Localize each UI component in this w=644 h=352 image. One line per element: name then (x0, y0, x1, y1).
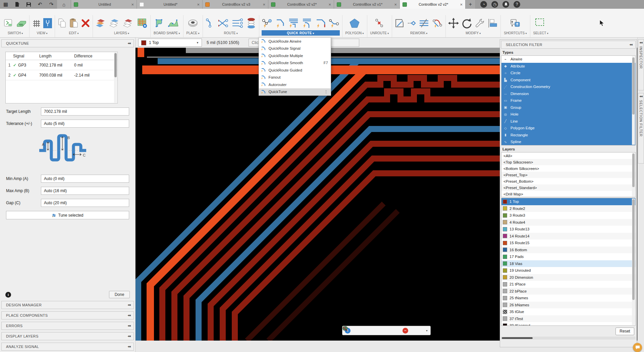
active-layer-dropdown[interactable]: 1 Top ▼ (138, 39, 202, 47)
quick-route-menu-item[interactable]: QuickRoute Airwire (259, 38, 331, 45)
layers-bottom-icon[interactable] (123, 18, 134, 28)
tab-close-icon[interactable]: × (263, 2, 265, 7)
document-tab[interactable]: ControlBox v2 v3 × (203, 0, 268, 9)
toolbar-group-label[interactable]: PLACE (186, 30, 200, 36)
job-status-icon[interactable]: ◔ (480, 1, 487, 8)
toolbar-group-label[interactable]: LAYERS (113, 30, 130, 36)
tab-close-icon[interactable]: × (131, 2, 134, 7)
presets-scrollbar[interactable] (632, 153, 635, 196)
layer-preset-row[interactable]: <Preset_Standard> (501, 184, 635, 191)
tab-close-icon[interactable]: × (394, 2, 397, 7)
rework-spacing-icon[interactable] (419, 18, 429, 28)
reset-button[interactable]: Reset (615, 327, 634, 335)
polygon-icon[interactable] (349, 18, 360, 28)
layer-row[interactable]: 15 Route15 (501, 239, 635, 247)
layer-row[interactable]: 35 tGlue (501, 308, 635, 315)
field-input[interactable]: Auto (0 mil) (41, 175, 129, 183)
rework-reroute-icon[interactable] (432, 18, 443, 29)
layer-row[interactable]: 26 bNames (501, 302, 635, 309)
quicktune-icon[interactable] (329, 18, 340, 29)
toolbar-group-label[interactable]: VIEW (36, 30, 48, 36)
place-via-icon[interactable] (187, 18, 199, 28)
history-icon[interactable]: ◷ (491, 1, 498, 8)
layer-row[interactable]: 14 Route14 (501, 233, 635, 240)
quick-route-menu-item[interactable]: QuickRoute Guided (259, 67, 331, 74)
type-row[interactable]: ↔ Dimension (501, 90, 635, 97)
layer-row[interactable]: 17 Pads (501, 253, 635, 260)
type-row[interactable]: ◆ Attribute (501, 63, 635, 70)
document-tab[interactable]: ControlBox v2 v1* × (334, 0, 400, 9)
types-scrollbar[interactable] (632, 56, 635, 145)
align-icon[interactable] (487, 18, 498, 28)
layer-row[interactable]: 39 tKeepout (501, 322, 635, 326)
toolbar-group-label[interactable]: POLYGON (345, 30, 365, 36)
rework-miter-icon[interactable] (394, 18, 405, 28)
switch-board-icon[interactable] (16, 18, 27, 28)
move-icon[interactable] (448, 18, 459, 29)
toolbar-group-label[interactable]: SWITCH (7, 30, 24, 36)
help-icon[interactable]: ? (514, 1, 520, 8)
route-differential-icon[interactable] (218, 18, 229, 28)
quickroute-guided-icon[interactable] (315, 18, 327, 29)
quick-route-menu-item[interactable]: Fanout (259, 74, 331, 81)
column-header-difference[interactable]: Difference (74, 54, 117, 58)
layer-row[interactable]: 3 Route3 (501, 212, 635, 219)
pcb-trace-darkred-3[interactable] (186, 114, 500, 341)
document-tab[interactable]: Untitled* × (137, 0, 203, 9)
home-icon[interactable]: ⌂ (57, 0, 71, 9)
properties-wrench-icon[interactable] (474, 18, 485, 29)
tune-selected-button[interactable]: Tune selected (6, 211, 129, 219)
selection-filter-dock-tab[interactable]: ◀◀ SELECTION FILTER (638, 93, 644, 164)
quickroute-signal-icon[interactable] (275, 18, 285, 29)
toolbar-group-label[interactable]: SHORTCUTS (503, 30, 527, 36)
unroute-icon[interactable] (374, 18, 384, 28)
copy-icon[interactable] (57, 18, 67, 28)
layers-scrollbar[interactable] (632, 199, 635, 325)
type-row[interactable]: ○ Circle (501, 70, 635, 77)
zoom-fit-icon[interactable] (377, 327, 384, 334)
type-row[interactable]: ╱ Line (501, 118, 635, 125)
feedback-chat-button[interactable] (633, 343, 642, 352)
document-tab[interactable]: ControlBox v2 v2* × (268, 0, 334, 9)
marquee-cursor-icon[interactable] (410, 327, 417, 334)
collapse-icon[interactable]: ◀◀ (127, 324, 130, 327)
type-row[interactable]: ◇ Polygon Edge (501, 125, 635, 132)
table-scrollbar[interactable] (114, 52, 117, 103)
save-icon[interactable] (23, 0, 34, 9)
layer-row[interactable]: 13 Route13 (501, 226, 635, 233)
layer-row[interactable]: 16 Bottom (501, 247, 635, 254)
collapsed-panel-header[interactable]: PLACE COMPONENTS ◀◀ (1, 311, 134, 319)
horizontal-scrollbar[interactable] (501, 337, 636, 340)
collapse-icon[interactable]: ◀◀ (127, 345, 130, 348)
chevron-down-icon[interactable]: ▼ (426, 329, 428, 332)
tab-close-icon[interactable]: × (197, 2, 200, 7)
type-row[interactable]: ⋰ Construction Geometry (501, 83, 635, 90)
quick-route-menu-item[interactable]: Autorouter (259, 81, 331, 88)
switch-schematic-icon[interactable] (4, 18, 14, 28)
paste-icon[interactable] (69, 18, 78, 28)
pcb-trace-darkred-faint-1[interactable] (247, 204, 384, 341)
type-row[interactable]: ▭ Frame (501, 97, 635, 104)
layer-preset-row[interactable]: <All> (501, 152, 635, 159)
type-row[interactable]: ⌁ Airwire (501, 56, 635, 63)
toolbar-group-label[interactable]: ROUTE (223, 30, 238, 36)
layer-row[interactable]: 25 tNames (501, 295, 635, 302)
toolbar-group-label[interactable]: SELECT (533, 30, 549, 36)
layer-row[interactable]: 4 Route4 (501, 219, 635, 226)
tab-close-icon[interactable]: × (460, 2, 463, 7)
field-input[interactable]: Auto (5 mil) (41, 120, 129, 128)
new-tab-button[interactable]: + (466, 0, 476, 9)
type-row[interactable]: ∿ Spline (501, 138, 635, 145)
shortcuts-icon[interactable] (509, 18, 521, 28)
route-multi-icon[interactable] (231, 18, 244, 28)
quick-route-menu-item[interactable]: QuickRoute Multiple (259, 52, 331, 59)
layer-settings-icon[interactable] (137, 18, 148, 29)
layer-preset-row[interactable]: <Drill Map> (501, 191, 635, 197)
done-button[interactable]: Done (109, 291, 130, 298)
notifications-bell-icon[interactable] (502, 1, 509, 8)
collapsed-panel-header[interactable]: DISPLAY LAYERS ◀◀ (1, 332, 134, 340)
rotate-icon[interactable] (461, 18, 472, 29)
rework-extend-icon[interactable] (407, 18, 416, 28)
layers-all-icon[interactable] (95, 18, 107, 28)
layer-preset-row[interactable]: <Top Silkscreen> (501, 159, 635, 165)
